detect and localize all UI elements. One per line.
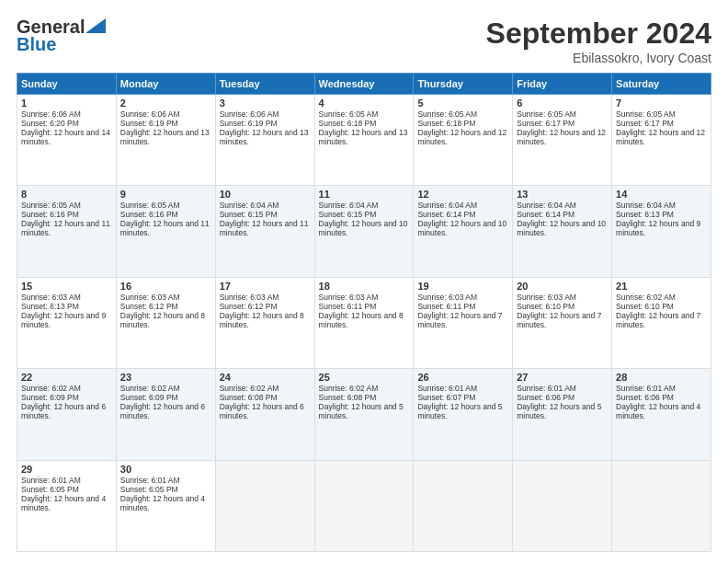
sunset-text: Sunset: 6:17 PM <box>616 119 674 128</box>
sunset-text: Sunset: 6:08 PM <box>220 393 278 402</box>
daylight-text: Daylight: 12 hours and 4 minutes. <box>616 402 700 420</box>
sunset-text: Sunset: 6:12 PM <box>220 302 278 311</box>
calendar-week-row: 8Sunrise: 6:05 AMSunset: 6:16 PMDaylight… <box>17 186 711 277</box>
daylight-text: Daylight: 12 hours and 6 minutes. <box>120 402 205 420</box>
sunrise-text: Sunrise: 6:03 AM <box>21 293 81 302</box>
sunrise-text: Sunrise: 6:05 AM <box>517 109 576 119</box>
table-row: 30Sunrise: 6:01 AMSunset: 6:05 PMDayligh… <box>116 460 215 551</box>
sunset-text: Sunset: 6:12 PM <box>120 302 178 311</box>
day-number: 9 <box>120 189 211 200</box>
day-number: 4 <box>319 98 410 109</box>
sunset-text: Sunset: 6:05 PM <box>21 485 79 494</box>
day-number: 5 <box>417 98 508 109</box>
day-number: 30 <box>120 464 211 475</box>
sunrise-text: Sunrise: 6:04 AM <box>417 201 477 210</box>
sunrise-text: Sunrise: 6:06 AM <box>120 109 180 119</box>
sunset-text: Sunset: 6:15 PM <box>319 210 377 219</box>
table-row: 27Sunrise: 6:01 AMSunset: 6:06 PMDayligh… <box>513 369 612 460</box>
sunset-text: Sunset: 6:06 PM <box>517 393 574 402</box>
table-row: 19Sunrise: 6:03 AMSunset: 6:11 PMDayligh… <box>414 277 513 368</box>
table-row: 8Sunrise: 6:05 AMSunset: 6:16 PMDaylight… <box>17 186 117 277</box>
day-number: 28 <box>616 372 707 383</box>
day-number: 20 <box>517 281 608 292</box>
svg-marker-0 <box>85 18 106 33</box>
table-row: 29Sunrise: 6:01 AMSunset: 6:05 PMDayligh… <box>17 460 117 551</box>
sunset-text: Sunset: 6:16 PM <box>120 210 178 219</box>
sunset-text: Sunset: 6:18 PM <box>319 119 377 128</box>
col-sunday: Sunday <box>17 74 117 95</box>
day-number: 22 <box>21 372 112 383</box>
daylight-text: Daylight: 12 hours and 14 minutes. <box>21 128 110 146</box>
table-row: 9Sunrise: 6:05 AMSunset: 6:16 PMDaylight… <box>116 186 215 277</box>
logo-wing-icon <box>85 18 106 33</box>
table-row: 14Sunrise: 6:04 AMSunset: 6:13 PMDayligh… <box>612 186 711 277</box>
day-number: 1 <box>21 98 112 109</box>
daylight-text: Daylight: 12 hours and 4 minutes. <box>120 494 205 512</box>
day-number: 21 <box>616 281 707 292</box>
day-number: 8 <box>21 189 112 200</box>
sunset-text: Sunset: 6:15 PM <box>220 210 278 219</box>
title-section: September 2024 Ebilassokro, Ivory Coast <box>486 17 711 65</box>
sunset-text: Sunset: 6:14 PM <box>417 210 475 219</box>
day-number: 19 <box>417 281 508 292</box>
table-row: 17Sunrise: 6:03 AMSunset: 6:12 PMDayligh… <box>215 277 314 368</box>
sunrise-text: Sunrise: 6:01 AM <box>21 476 81 485</box>
table-row: 5Sunrise: 6:05 AMSunset: 6:18 PMDaylight… <box>414 95 513 186</box>
sunrise-text: Sunrise: 6:05 AM <box>616 109 676 119</box>
daylight-text: Daylight: 12 hours and 13 minutes. <box>319 128 408 146</box>
day-number: 17 <box>220 281 311 292</box>
table-row: 1Sunrise: 6:06 AMSunset: 6:20 PMDaylight… <box>17 95 117 186</box>
header: General Blue September 2024 Ebilassokro,… <box>17 17 711 65</box>
day-number: 26 <box>417 372 508 383</box>
day-number: 16 <box>120 281 211 292</box>
day-number: 27 <box>517 372 608 383</box>
calendar-week-row: 22Sunrise: 6:02 AMSunset: 6:09 PMDayligh… <box>17 369 711 460</box>
daylight-text: Daylight: 12 hours and 11 minutes. <box>220 219 309 237</box>
table-row: 12Sunrise: 6:04 AMSunset: 6:14 PMDayligh… <box>414 186 513 277</box>
calendar-header-row: Sunday Monday Tuesday Wednesday Thursday… <box>17 74 711 95</box>
daylight-text: Daylight: 12 hours and 8 minutes. <box>220 311 304 329</box>
daylight-text: Daylight: 12 hours and 5 minutes. <box>417 402 502 420</box>
table-row: 7Sunrise: 6:05 AMSunset: 6:17 PMDaylight… <box>612 95 711 186</box>
daylight-text: Daylight: 12 hours and 11 minutes. <box>21 219 110 237</box>
day-number: 2 <box>120 98 211 109</box>
calendar-week-row: 29Sunrise: 6:01 AMSunset: 6:05 PMDayligh… <box>17 460 711 551</box>
daylight-text: Daylight: 12 hours and 11 minutes. <box>120 219 210 237</box>
day-number: 11 <box>319 189 410 200</box>
sunrise-text: Sunrise: 6:04 AM <box>319 201 379 210</box>
daylight-text: Daylight: 12 hours and 7 minutes. <box>417 311 502 329</box>
table-row <box>612 460 711 551</box>
sunrise-text: Sunrise: 6:04 AM <box>616 201 676 210</box>
table-row: 13Sunrise: 6:04 AMSunset: 6:14 PMDayligh… <box>513 186 612 277</box>
sunset-text: Sunset: 6:13 PM <box>616 210 674 219</box>
table-row: 2Sunrise: 6:06 AMSunset: 6:19 PMDaylight… <box>116 95 215 186</box>
table-row: 21Sunrise: 6:02 AMSunset: 6:10 PMDayligh… <box>612 277 711 368</box>
table-row <box>314 460 414 551</box>
day-number: 3 <box>220 98 311 109</box>
sunrise-text: Sunrise: 6:03 AM <box>517 293 576 302</box>
sunrise-text: Sunrise: 6:06 AM <box>220 109 279 119</box>
daylight-text: Daylight: 12 hours and 10 minutes. <box>417 219 506 237</box>
sunset-text: Sunset: 6:19 PM <box>120 119 178 128</box>
calendar-week-row: 15Sunrise: 6:03 AMSunset: 6:13 PMDayligh… <box>17 277 711 368</box>
daylight-text: Daylight: 12 hours and 12 minutes. <box>616 128 705 146</box>
sunrise-text: Sunrise: 6:05 AM <box>120 201 180 210</box>
table-row: 25Sunrise: 6:02 AMSunset: 6:08 PMDayligh… <box>314 369 414 460</box>
col-friday: Friday <box>513 74 612 95</box>
daylight-text: Daylight: 12 hours and 4 minutes. <box>21 494 106 512</box>
day-number: 14 <box>616 189 707 200</box>
daylight-text: Daylight: 12 hours and 5 minutes. <box>319 402 404 420</box>
sunset-text: Sunset: 6:10 PM <box>616 302 674 311</box>
sunset-text: Sunset: 6:17 PM <box>517 119 574 128</box>
sunset-text: Sunset: 6:20 PM <box>21 119 79 128</box>
daylight-text: Daylight: 12 hours and 6 minutes. <box>21 402 106 420</box>
sunrise-text: Sunrise: 6:05 AM <box>417 109 477 119</box>
table-row: 24Sunrise: 6:02 AMSunset: 6:08 PMDayligh… <box>215 369 314 460</box>
sunset-text: Sunset: 6:14 PM <box>517 210 574 219</box>
table-row: 16Sunrise: 6:03 AMSunset: 6:12 PMDayligh… <box>116 277 215 368</box>
sunrise-text: Sunrise: 6:02 AM <box>120 384 180 393</box>
calendar-page: General Blue September 2024 Ebilassokro,… <box>0 0 728 563</box>
daylight-text: Daylight: 12 hours and 7 minutes. <box>517 311 601 329</box>
sunrise-text: Sunrise: 6:02 AM <box>220 384 279 393</box>
sunrise-text: Sunrise: 6:05 AM <box>21 201 81 210</box>
